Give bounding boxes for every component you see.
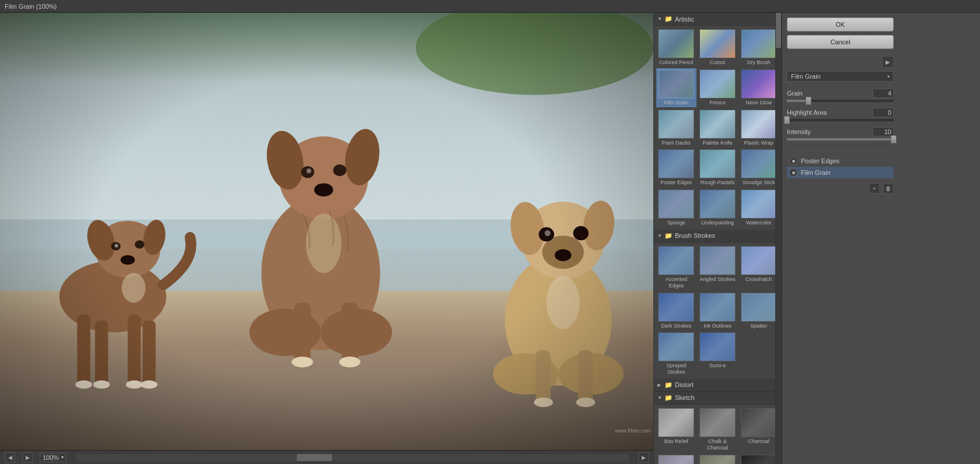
- filter-label-charcoal: Charcoal: [748, 438, 769, 445]
- filter-item-chrome[interactable]: Chrome: [656, 454, 696, 464]
- filter-thumb-ink-outlines: [699, 293, 736, 322]
- filter-item-bas-relief[interactable]: Bas Relief: [656, 407, 696, 452]
- dogs-image: www.frfam.com: [0, 13, 653, 450]
- filter-thumb-film-grain: [658, 69, 694, 99]
- filter-item-sprayed-strokes[interactable]: Sprayed Strokes: [656, 331, 696, 377]
- filter-thumb-graphic-pen: [741, 455, 777, 464]
- highlight-area-value-input[interactable]: [873, 108, 894, 117]
- filter-thumb-cutout: [699, 29, 736, 58]
- filter-item-smudge-stick[interactable]: Smudge Stick: [738, 148, 779, 187]
- filter-item-crosshatch[interactable]: Crosshatch: [738, 245, 779, 290]
- settings-panel: OK Cancel ▶ Film Grain ▾ Grain: [782, 13, 898, 464]
- layer-eye-poster-edges[interactable]: [789, 157, 797, 165]
- filter-item-spatter[interactable]: Spatter: [738, 291, 779, 331]
- grain-value-input[interactable]: [873, 89, 894, 98]
- expand-panel-btn[interactable]: ▶: [882, 56, 894, 68]
- category-sketch[interactable]: ▼ 📁 Sketch: [654, 392, 781, 405]
- filter-item-paint-daubs[interactable]: Paint Daubs: [656, 108, 696, 147]
- filter-item-plastic-wrap[interactable]: Plastic Wrap: [738, 108, 779, 147]
- ok-button[interactable]: OK: [787, 17, 894, 31]
- intensity-label: Intensity: [787, 128, 811, 135]
- eye-dot-film-grain-icon: [792, 171, 795, 174]
- add-layer-btn[interactable]: +: [869, 183, 880, 194]
- layer-actions: + 🗑: [787, 183, 894, 194]
- category-artistic[interactable]: ▼ 📁 Artistic: [654, 13, 781, 26]
- title-bar: Film Grain (100%): [0, 0, 980, 13]
- folder-brush-icon: 📁: [664, 232, 673, 240]
- filter-item-charcoal[interactable]: Charcoal: [738, 407, 779, 452]
- filter-item-chalk-charcoal[interactable]: Chalk & Charcoal: [698, 407, 738, 452]
- highlight-area-label: Highlight Area: [787, 109, 827, 116]
- page-right-btn[interactable]: ▶: [22, 452, 33, 463]
- filter-item-ink-outlines[interactable]: Ink Outlines: [698, 291, 738, 331]
- filter-item-dark-strokes[interactable]: Dark Strokes: [656, 291, 696, 331]
- filter-item-dry-brush[interactable]: Dry Brush: [738, 28, 779, 67]
- grain-slider-thumb[interactable]: [806, 97, 811, 105]
- filter-label-sprayed-strokes: Sprayed Strokes: [657, 363, 695, 375]
- zoom-dropdown[interactable]: 100% ▾: [40, 453, 66, 462]
- filter-label-angled-strokes: Angled Strokes: [699, 276, 735, 283]
- filter-dropdown[interactable]: Film Grain ▾: [787, 71, 894, 82]
- filter-label-ink-outlines: Ink Outlines: [704, 323, 732, 329]
- expand-icon: ▶: [886, 59, 890, 65]
- filter-item-accented-edges[interactable]: Accented Edges: [656, 245, 696, 290]
- filter-thumb-spatter: [741, 293, 777, 322]
- filter-list-panel: ▼ 📁 Artistic Colored Pencil Cutout Dry B…: [653, 13, 782, 464]
- filter-item-neon-glow[interactable]: Neon Glow: [738, 68, 779, 107]
- category-distort[interactable]: ▶ 📁 Distort: [654, 379, 781, 392]
- filter-thumb-sprayed-strokes: [658, 332, 694, 361]
- layer-item-poster-edges[interactable]: Poster Edges: [787, 155, 894, 167]
- right-panel: ▼ 📁 Artistic Colored Pencil Cutout Dry B…: [653, 13, 980, 464]
- canvas-container: www.frfam.com: [0, 13, 653, 450]
- expand-arrow-distort-icon: ▶: [657, 382, 662, 388]
- grain-slider-section: Grain: [787, 89, 894, 102]
- scroll-thumb[interactable]: [297, 454, 332, 461]
- filter-label-palette-knife: Palette Knife: [702, 140, 732, 146]
- filter-thumb-sponge: [658, 189, 694, 219]
- status-bar: ◀ ▶ 100% ▾ ▶: [0, 450, 653, 464]
- layer-item-film-grain[interactable]: Film Grain: [787, 167, 894, 178]
- category-brush-strokes[interactable]: ▼ 📁 Brush Strokes: [654, 230, 781, 242]
- intensity-slider-thumb[interactable]: [891, 135, 897, 143]
- highlight-area-slider-thumb[interactable]: [784, 116, 790, 124]
- filter-thumb-angled-strokes: [699, 246, 736, 275]
- filter-thumb-chalk-charcoal: [699, 408, 736, 437]
- cancel-button[interactable]: Cancel: [787, 35, 894, 49]
- filter-item-sumi-e[interactable]: Sumi-e: [698, 331, 738, 377]
- filter-thumb-watercolor: [741, 189, 777, 219]
- page-left-btn[interactable]: ◀: [5, 452, 15, 463]
- filter-item-angled-strokes[interactable]: Angled Strokes: [698, 245, 738, 290]
- grain-label: Grain: [787, 90, 803, 97]
- filter-thumb-plastic-wrap: [741, 110, 777, 139]
- filter-item-sponge[interactable]: Sponge: [656, 188, 696, 227]
- filter-item-cutout[interactable]: Cutout: [698, 28, 738, 67]
- sketch-filters-grid: Bas Relief Chalk & Charcoal Charcoal Chr…: [654, 405, 781, 464]
- window-title: Film Grain (100%): [5, 3, 57, 10]
- filter-thumb-conte-crayon: [699, 455, 736, 464]
- filter-thumb-crosshatch: [741, 246, 777, 275]
- filter-item-watercolor[interactable]: Watercolor: [738, 188, 779, 227]
- intensity-slider-track[interactable]: [787, 138, 894, 140]
- filter-item-colored-pencil[interactable]: Colored Pencil: [656, 28, 696, 67]
- filter-item-underpainting[interactable]: Underpainting: [698, 188, 738, 227]
- filter-thumb-bas-relief: [658, 408, 694, 437]
- filter-item-poster-edges[interactable]: Poster Edges: [656, 148, 696, 187]
- filter-item-fresco[interactable]: Fresco: [698, 68, 738, 107]
- filter-label-dry-brush: Dry Brush: [747, 59, 771, 66]
- intensity-slider-fill: [787, 138, 894, 140]
- filter-item-conte-crayon[interactable]: Conté Crayon: [698, 454, 738, 464]
- filter-item-film-grain[interactable]: Film Grain: [656, 68, 696, 107]
- horizontal-scrollbar[interactable]: [76, 454, 629, 461]
- filter-label-film-grain: Film Grain: [664, 100, 689, 106]
- layer-eye-film-grain[interactable]: [789, 168, 797, 177]
- filter-item-rough-pastels[interactable]: Rough Pastels: [698, 148, 738, 187]
- collapse-arrow-brush-icon: ▼: [657, 233, 662, 238]
- highlight-area-slider-track[interactable]: [787, 119, 894, 121]
- filter-item-palette-knife[interactable]: Palette Knife: [698, 108, 738, 147]
- delete-layer-btn[interactable]: 🗑: [883, 183, 894, 194]
- scroll-right-btn[interactable]: ▶: [638, 452, 649, 463]
- main-layout: www.frfam.com ◀ ▶ 100% ▾ ▶: [0, 13, 980, 464]
- filter-label-smudge-stick: Smudge Stick: [743, 180, 775, 186]
- grain-slider-track[interactable]: [787, 100, 894, 102]
- filter-item-graphic-pen[interactable]: Graphic Pen: [738, 454, 779, 464]
